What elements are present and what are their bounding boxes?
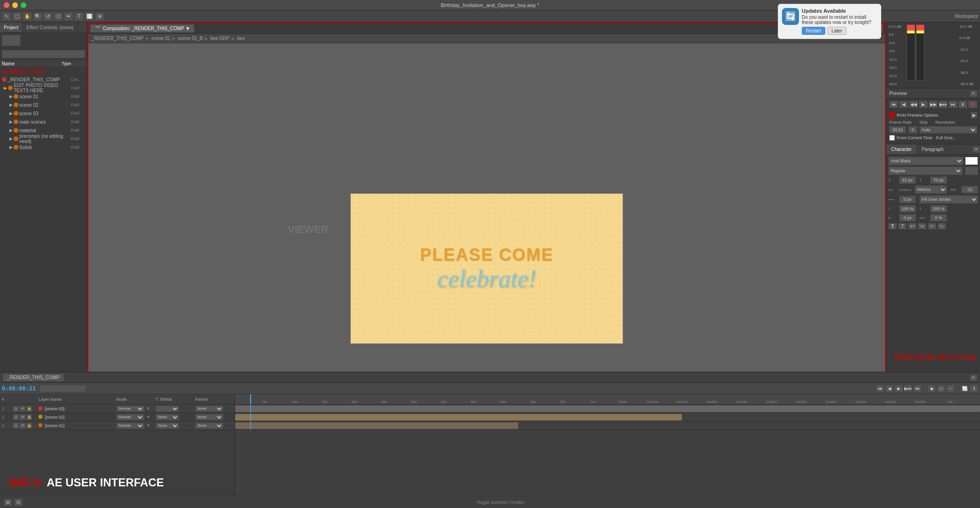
baseline-pct-input[interactable] [930,214,947,222]
layer-parent-select[interactable]: None [195,422,223,429]
resolution-dropdown[interactable]: AutoHalfFull [919,126,977,134]
tl-prev[interactable]: ◀ [885,385,893,392]
timeline-tab[interactable]: _RENDER_THIS_COMP [3,373,64,381]
layer-mode-select[interactable]: Normal [116,422,144,429]
tool-shape[interactable]: ⬜ [85,12,94,21]
track-bar-2[interactable] [235,414,682,421]
list-item[interactable]: ▶ EDIT PHOTO VIDEO TEXTS HERE Fold [0,84,87,92]
fill-select[interactable]: Fill Over Stroke [919,195,978,204]
subscript-button[interactable]: T↓ [938,223,946,230]
tl-marker[interactable]: ◆ [927,385,936,392]
breadcrumb-item-2[interactable]: scene 01 [151,36,171,41]
skip-input[interactable] [908,126,917,134]
tl-switch-modes[interactable]: ⊡ [14,499,23,506]
maximize-button[interactable] [21,2,26,8]
preview-loop[interactable]: ⏸ [958,101,967,108]
preview-panel-menu[interactable]: ≡ [970,90,977,97]
layer-trkmat-select[interactable] [156,405,179,412]
window-controls[interactable] [4,2,26,8]
preview-play-back[interactable]: ◀◀ [909,101,918,108]
timeline-search[interactable] [40,385,87,392]
later-button[interactable]: Later [827,27,846,35]
tl-info[interactable]: ℹ [970,385,978,392]
layer-parent-select[interactable]: None [195,414,223,421]
tl-expand[interactable]: ⊞ [4,499,12,506]
tool-arrow[interactable]: ↖ [2,12,11,21]
tool-camera[interactable]: ⬡ [54,12,63,21]
visibility-button[interactable]: 👁 [20,423,25,429]
lock-button[interactable]: 🔒 [26,406,32,412]
baseline-input[interactable] [899,214,916,222]
preview-step-fwd[interactable]: ▶⏭ [939,101,948,108]
layer-mode-select[interactable]: Normal [116,405,144,412]
solo-button[interactable]: ◎ [13,414,19,420]
tl-keyframe[interactable]: ◇ [937,385,945,392]
layer-mode-select[interactable]: Normal [116,414,144,421]
list-item[interactable]: ▶ precomps (no editing need) Fold [0,135,87,143]
smallcaps-button[interactable]: Tt [918,223,926,230]
list-item[interactable]: ▶ scene 01 Fold [0,92,87,101]
tsb-input[interactable] [899,196,916,203]
v-scale-input[interactable] [930,205,947,213]
breadcrumb-item-1[interactable]: _RENDER_THIS_COMP [91,36,144,41]
font-family-select[interactable]: Arial Black [888,157,964,165]
ram-preview-arrow[interactable]: ▶ [971,112,977,119]
layer-trkmat-select[interactable]: None [156,422,179,429]
leading-input[interactable] [930,176,947,184]
list-item[interactable]: ▶ main scenes Fold [0,118,87,126]
tab-paragraph[interactable]: Paragraph [917,144,949,154]
tool-select[interactable]: ▢ [12,12,22,21]
search-input[interactable] [2,50,85,58]
tl-graph[interactable]: 📈 [960,385,969,392]
tab-effect-controls[interactable]: Effect Controls: (none) [23,23,78,32]
visibility-button[interactable]: 👁 [20,406,25,412]
tool-zoom[interactable]: 🔍 [33,12,42,21]
preview-to-start[interactable]: ⏮ [889,101,898,108]
tool-text[interactable]: T [74,12,84,21]
tl-ease[interactable]: ~ [946,385,955,392]
tool-rotate[interactable]: ↺ [43,12,53,21]
viewer-tab-comp[interactable]: 🎬 Composition: _RENDER_THIS_COMP ▼ [90,24,194,32]
list-item[interactable]: ▶ Solids Fold [0,143,87,151]
preview-to-end[interactable]: ⏭ [948,101,957,108]
layer-trkmat-select[interactable]: None [156,414,179,421]
font-style-select[interactable]: Regular [888,167,963,175]
tl-next[interactable]: ▶⏭ [904,385,912,392]
minimize-button[interactable] [12,2,18,8]
tool-puppet[interactable]: ⊕ [95,12,104,21]
breadcrumb-item-3[interactable]: scene 01_B [178,36,203,41]
lock-button[interactable]: 🔒 [26,423,32,429]
h-scale-input[interactable] [899,205,916,213]
layer-parent-select[interactable]: None [195,405,223,412]
solo-button[interactable]: ◎ [13,406,19,412]
lock-button[interactable]: 🔒 [26,414,32,420]
restart-button[interactable]: Restart [802,27,825,35]
font-size-input[interactable] [899,176,916,184]
preview-record[interactable]: ⏺ [968,101,977,108]
caps-button[interactable]: TT [908,223,917,230]
tool-pan[interactable]: ✋ [23,12,32,21]
italic-button[interactable]: T [898,223,907,230]
track-bar-3[interactable] [235,422,518,429]
track-bar-1[interactable] [235,405,980,412]
preview-step-back[interactable]: ◀ [899,101,908,108]
solo-button[interactable]: ◎ [13,423,19,429]
superscript-button[interactable]: T↑ [928,223,936,230]
tl-to-end[interactable]: ⏭ [913,385,922,392]
tl-play[interactable]: ▶ [894,385,903,392]
from-current-checkbox[interactable] [889,135,895,141]
breadcrumb-item-4[interactable]: bee GRP [210,36,229,41]
list-item[interactable]: ▶ scene 03 Fold [0,109,87,118]
tracking-input[interactable] [961,186,978,193]
tool-pen[interactable]: ✒ [64,12,73,21]
list-item[interactable]: ▶ scene 02 Fold [0,101,87,109]
font-color-swatch[interactable] [965,157,978,165]
tl-to-start[interactable]: ⏮ [876,385,884,392]
character-panel-menu[interactable]: ≡ [972,146,980,153]
close-button[interactable] [4,2,9,8]
stroke-swatch[interactable] [965,167,978,175]
breadcrumb-item-5[interactable]: bee [237,36,245,41]
visibility-button[interactable]: 👁 [20,414,25,420]
preview-play[interactable]: ▶ [919,101,928,108]
tab-project[interactable]: Project [0,23,23,32]
